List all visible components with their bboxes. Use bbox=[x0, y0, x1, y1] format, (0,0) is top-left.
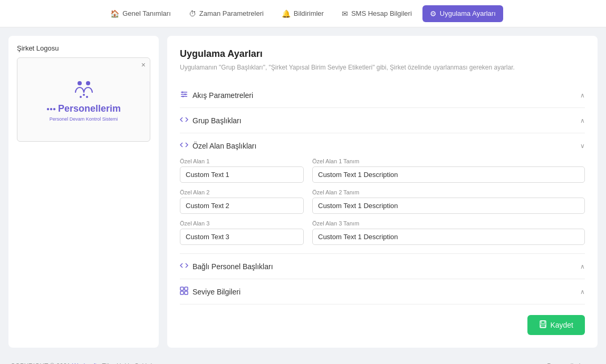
accordion-header-seviye[interactable]: Seviye Bilgileri ∧ bbox=[180, 279, 585, 304]
personellerim-logo-svg bbox=[73, 78, 94, 99]
bagli-label: Bağlı Personel Başlıkları bbox=[193, 262, 273, 271]
save-button[interactable]: Kaydet bbox=[527, 315, 585, 335]
grup-label: Grup Başlıkları bbox=[193, 116, 242, 125]
page-title: Uygulama Ayarları bbox=[180, 48, 585, 60]
accordion-seviye: Seviye Bilgileri ∧ bbox=[180, 279, 585, 304]
ozel-row-1: Özel Alan 1 Özel Alan 1 Tanım bbox=[180, 158, 585, 183]
grid-icon bbox=[180, 287, 188, 297]
nav-item-genel[interactable]: 🏠 Genel Tanımları bbox=[103, 5, 178, 22]
nav-item-uygulama-label: Uygulama Ayarları bbox=[440, 9, 496, 17]
logo-panel-title: Şirket Logosu bbox=[17, 44, 150, 52]
ozel-alan-3-tanim-group: Özel Alan 3 Tanım bbox=[312, 220, 585, 245]
akis-label: Akış Parametreleri bbox=[193, 91, 253, 100]
clock-icon: ⏱ bbox=[189, 9, 196, 18]
ozel-chevron: ∨ bbox=[580, 142, 585, 150]
bell-icon: 🔔 bbox=[282, 9, 291, 18]
ozel-alan-3-group: Özel Alan 3 bbox=[180, 220, 304, 245]
code-icon-ozel bbox=[180, 141, 188, 151]
save-icon bbox=[539, 320, 547, 330]
close-icon[interactable]: × bbox=[141, 61, 146, 68]
accordion-ozel: Özel Alan Başlıkları ∨ Özel Alan 1 Özel … bbox=[180, 133, 585, 254]
ozel-alan-1-input[interactable] bbox=[180, 166, 304, 183]
page-subtitle: Uygulamanın "Grup Başlıkları", "Şirket Y… bbox=[180, 63, 585, 72]
brand-subtitle: Personel Devam Kontrol Sistemi bbox=[50, 116, 118, 122]
ozel-alan-3-input[interactable] bbox=[180, 229, 304, 245]
nav-item-zaman-label: Zaman Parametreleri bbox=[199, 9, 264, 17]
bagli-chevron: ∧ bbox=[580, 263, 585, 270]
accordion-header-bagli[interactable]: Bağlı Personel Başlıkları ∧ bbox=[180, 254, 585, 279]
ozel-alan-1-group: Özel Alan 1 bbox=[180, 158, 304, 183]
svg-rect-11 bbox=[180, 287, 184, 290]
svg-rect-13 bbox=[180, 291, 184, 294]
logo-upload-area[interactable]: × ●●● Personellerim P bbox=[17, 57, 150, 142]
code-icon-bagli bbox=[180, 261, 188, 271]
footer-actions: Kaydet bbox=[180, 304, 585, 335]
right-panel: Uygulama Ayarları Uygulamanın "Grup Başl… bbox=[167, 36, 598, 348]
svg-point-0 bbox=[78, 81, 82, 85]
ozel-row-2: Özel Alan 2 Özel Alan 2 Tanım bbox=[180, 189, 585, 214]
svg-point-9 bbox=[185, 94, 186, 95]
ozel-alan-2-group: Özel Alan 2 bbox=[180, 189, 304, 214]
ozel-alan-3-label: Özel Alan 3 bbox=[180, 220, 304, 227]
svg-point-1 bbox=[86, 81, 90, 85]
accordion-header-ozel[interactable]: Özel Alan Başlıkları ∨ bbox=[180, 133, 585, 158]
accordion-grup: Grup Başlıkları ∧ bbox=[180, 108, 585, 133]
ozel-alan-1-tanim-group: Özel Alan 1 Tanım bbox=[312, 158, 585, 183]
seviye-label: Seviye Bilgileri bbox=[193, 288, 241, 296]
svg-point-10 bbox=[182, 96, 184, 97]
accordion-header-grup[interactable]: Grup Başlıkları ∧ bbox=[180, 108, 585, 133]
ozel-alan-3-tanim-label: Özel Alan 3 Tanım bbox=[312, 220, 585, 227]
ozel-alan-3-tanim-input[interactable] bbox=[312, 229, 585, 245]
svg-rect-16 bbox=[541, 321, 545, 323]
ozel-alan-2-label: Özel Alan 2 bbox=[180, 189, 304, 195]
ozel-accordion-body: Özel Alan 1 Özel Alan 1 Tanım Özel Alan … bbox=[180, 158, 585, 253]
nav-items-list: 🏠 Genel Tanımları ⏱ Zaman Parametreleri … bbox=[103, 5, 503, 22]
nav-item-uygulama[interactable]: ⚙ Uygulama Ayarları bbox=[422, 5, 503, 22]
nav-item-zaman[interactable]: ⏱ Zaman Parametreleri bbox=[181, 5, 271, 22]
ozel-alan-2-tanim-group: Özel Alan 2 Tanım bbox=[312, 189, 585, 214]
top-navigation: 🏠 Genel Tanımları ⏱ Zaman Parametreleri … bbox=[0, 0, 606, 27]
gear-icon: ⚙ bbox=[430, 9, 437, 18]
seviye-chevron: ∧ bbox=[580, 288, 585, 296]
page-footer: COPYRIGHT © 2021 Worksoft , Tüm Hakkı Sa… bbox=[0, 356, 606, 364]
nav-item-genel-label: Genel Tanımları bbox=[122, 9, 171, 17]
brand-name: Personellerim bbox=[58, 103, 121, 114]
mail-icon: ✉ bbox=[342, 9, 348, 18]
accordion-header-akis[interactable]: Akış Parametreleri ∧ bbox=[180, 83, 585, 107]
nav-item-bildirim-label: Bildirimler bbox=[294, 9, 324, 17]
home-icon: 🏠 bbox=[110, 9, 119, 18]
save-label: Kaydet bbox=[550, 321, 573, 329]
svg-point-2 bbox=[83, 94, 85, 96]
ozel-row-3: Özel Alan 3 Özel Alan 3 Tanım bbox=[180, 220, 585, 245]
ozel-alan-2-tanim-input[interactable] bbox=[312, 198, 585, 214]
svg-point-4 bbox=[86, 96, 88, 98]
nav-item-sms-label: SMS Hesap Bilgileri bbox=[351, 9, 412, 17]
svg-rect-14 bbox=[185, 291, 188, 294]
ozel-alan-2-input[interactable] bbox=[180, 198, 304, 214]
ozel-alan-2-tanim-label: Özel Alan 2 Tanım bbox=[312, 189, 585, 195]
accordion-akis: Akış Parametreleri ∧ bbox=[180, 83, 585, 108]
nav-item-bildirim[interactable]: 🔔 Bildirimler bbox=[274, 5, 331, 22]
sliders-icon bbox=[180, 90, 188, 100]
grup-chevron: ∧ bbox=[580, 117, 585, 124]
ozel-alan-1-tanim-input[interactable] bbox=[312, 166, 585, 183]
svg-point-3 bbox=[80, 96, 82, 98]
ozel-alan-1-tanim-label: Özel Alan 1 Tanım bbox=[312, 158, 585, 164]
ozel-alan-1-label: Özel Alan 1 bbox=[180, 158, 304, 164]
code-icon-grup bbox=[180, 115, 188, 125]
ozel-label: Özel Alan Başlıkları bbox=[193, 142, 256, 150]
nav-item-sms[interactable]: ✉ SMS Hesap Bilgileri bbox=[334, 5, 419, 22]
akis-chevron: ∧ bbox=[580, 92, 585, 99]
logo-panel: Şirket Logosu × ●●● Persone bbox=[8, 36, 159, 348]
svg-rect-12 bbox=[185, 287, 188, 290]
svg-point-8 bbox=[182, 92, 184, 93]
accordion-bagli: Bağlı Personel Başlıkları ∧ bbox=[180, 254, 585, 279]
main-layout: Şirket Logosu × ●●● Persone bbox=[0, 27, 606, 356]
logo-image-area: ●●● Personellerim Personel Devam Kontrol… bbox=[46, 78, 121, 122]
svg-rect-17 bbox=[541, 325, 545, 327]
